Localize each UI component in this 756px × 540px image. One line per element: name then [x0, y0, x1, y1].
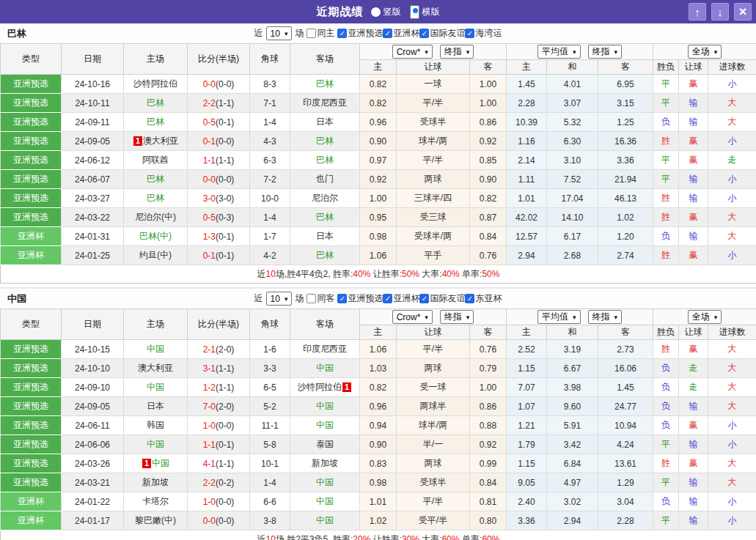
- bookmaker-select[interactable]: Crow*▾: [392, 45, 433, 59]
- scope-group-header: 全场▾: [653, 44, 756, 60]
- col-type: 类型: [1, 309, 62, 340]
- radio-horizontal-label: 横版: [422, 6, 440, 18]
- score-cell: 0-0(0-0): [188, 75, 250, 94]
- away-team: 印度尼西亚: [290, 94, 360, 113]
- match-date: 24-03-22: [62, 208, 124, 227]
- halftime-score: (0-1): [216, 232, 234, 242]
- away-team: 巴林: [290, 151, 360, 170]
- competition-filter-checkbox[interactable]: ✓东亚杯: [465, 292, 502, 305]
- checkbox-icon[interactable]: ✓: [465, 29, 474, 38]
- competition-filter-checkbox[interactable]: ✓亚洲杯: [383, 27, 419, 40]
- layout-radio-group: 竖版 横版: [371, 5, 440, 19]
- match-row: 亚洲预选24-06-12阿联酋1-1(1-1)6-3巴林0.97平/半0.852…: [1, 151, 756, 170]
- fulltime-score: 0-5: [203, 117, 216, 127]
- summary-segment: 近: [257, 269, 266, 279]
- col-result-handicap: 让球: [679, 60, 708, 75]
- match-date: 24-09-10: [62, 378, 124, 397]
- competition-filter-checkbox[interactable]: ✓亚洲预选: [337, 292, 383, 305]
- competition-badge: 亚洲预选: [1, 340, 62, 359]
- average-odds-0: 9.05: [507, 473, 547, 492]
- col-date: 日期: [62, 44, 124, 75]
- competition-filter-checkbox[interactable]: ✓亚洲预选: [337, 27, 383, 40]
- away-team: 巴林: [290, 132, 360, 151]
- result-flag-0: 胜: [653, 132, 679, 151]
- handicap-odds-1: 平/半: [397, 94, 470, 113]
- close-button[interactable]: ×: [734, 3, 752, 21]
- away-team-name: 巴林: [316, 78, 334, 89]
- result-flag-0: 负: [653, 113, 679, 132]
- chevron-down-icon: ▾: [425, 314, 428, 321]
- home-team: 澳大利亚: [124, 359, 188, 378]
- average-select[interactable]: 平均值▾: [537, 45, 581, 59]
- corners: 5-8: [250, 435, 290, 454]
- checkbox-icon[interactable]: [307, 29, 316, 38]
- handicap-odds-2: 1.00: [470, 378, 507, 397]
- home-team-name: 尼泊尔(中): [135, 212, 176, 222]
- chevron-down-icon: ▾: [714, 48, 718, 56]
- radio-horizontal-icon[interactable]: [410, 5, 419, 19]
- checkbox-icon[interactable]: ✓: [419, 29, 429, 38]
- home-team-name: 新加坡: [142, 477, 169, 487]
- home-team-name: 巴林: [147, 174, 164, 184]
- checkbox-icon[interactable]: ✓: [337, 294, 347, 303]
- result-flag-1: 赢: [679, 416, 708, 435]
- same-venue-checkbox[interactable]: 同客: [307, 292, 334, 305]
- average-select[interactable]: 平均值▾: [537, 310, 581, 324]
- competition-filter-checkbox[interactable]: ✓亚洲杯: [383, 292, 419, 305]
- handicap-odds-1: 两球半: [397, 397, 470, 416]
- fulltime-score: 2-2: [203, 478, 216, 488]
- rank-1-badge: 1: [342, 382, 351, 392]
- match-count-select[interactable]: 10▾: [266, 292, 293, 306]
- fulltime-score: 3-1: [203, 363, 216, 374]
- radio-vertical-layout[interactable]: 竖版: [371, 6, 401, 18]
- result-flag-1: 输: [679, 511, 708, 530]
- move-up-button[interactable]: ↑: [689, 3, 706, 21]
- summary-segment: 让胜率:: [370, 534, 402, 540]
- checkbox-icon[interactable]: ✓: [383, 294, 392, 303]
- result-flag-2: 小: [708, 492, 756, 511]
- col-type: 类型: [1, 44, 62, 75]
- col-away: 客场: [290, 44, 360, 75]
- result-flag-0: 胜: [653, 340, 679, 359]
- fulltime-select[interactable]: 全场▾: [688, 310, 722, 324]
- odds-time-select-1[interactable]: 终指▾: [440, 310, 474, 324]
- checkbox-icon[interactable]: ✓: [419, 294, 429, 303]
- result-flag-2: 小: [708, 435, 756, 454]
- checkbox-icon[interactable]: ✓: [337, 29, 347, 38]
- competition-filter-checkbox[interactable]: ✓国际友谊: [419, 292, 465, 305]
- corners: 1-4: [250, 113, 290, 132]
- away-team-name: 日本: [316, 116, 334, 127]
- fulltime-select[interactable]: 全场▾: [688, 45, 722, 59]
- checkbox-icon[interactable]: ✓: [383, 29, 392, 38]
- result-flag-1: 赢: [679, 246, 708, 265]
- halftime-score: (0-1): [216, 251, 234, 261]
- radio-vertical-icon[interactable]: [371, 7, 381, 17]
- competition-filter-label: 国际友谊: [430, 292, 465, 305]
- competition-badge: 亚洲预选: [1, 94, 62, 113]
- average-odds-0: 1.07: [507, 397, 547, 416]
- odds-time-select-2[interactable]: 终指▾: [588, 45, 623, 59]
- competition-filter-checkbox[interactable]: ✓海湾运: [465, 27, 502, 40]
- result-flag-1: 输: [679, 227, 708, 246]
- checkbox-icon[interactable]: ✓: [465, 294, 474, 303]
- handicap-odds-2: 0.88: [470, 416, 507, 435]
- checkbox-icon[interactable]: [307, 294, 316, 303]
- fulltime-score: 1-0: [203, 421, 216, 431]
- away-team: 也门: [290, 170, 360, 189]
- odds-time-select-2[interactable]: 终指▾: [588, 310, 623, 324]
- radio-horizontal-layout[interactable]: 横版: [410, 5, 440, 19]
- summary-segment: 10: [266, 269, 276, 279]
- handicap-odds-2: 0.76: [470, 246, 507, 265]
- average-odds-1: 3.42: [547, 435, 598, 454]
- same-venue-checkbox[interactable]: 同主: [307, 27, 334, 40]
- odds-time-select-1[interactable]: 终指▾: [440, 45, 474, 59]
- competition-filter-checkbox[interactable]: ✓国际友谊: [419, 27, 465, 40]
- average-odds-1: 5.91: [547, 416, 598, 435]
- home-team-name: 中国: [147, 439, 164, 449]
- bookmaker-select[interactable]: Crow*▾: [392, 310, 433, 324]
- home-team: 韩国: [124, 416, 188, 435]
- match-date: 24-01-25: [62, 246, 124, 265]
- match-count-select[interactable]: 10▾: [266, 26, 293, 40]
- corners: 6-3: [250, 151, 290, 170]
- move-down-button[interactable]: ↓: [711, 3, 729, 21]
